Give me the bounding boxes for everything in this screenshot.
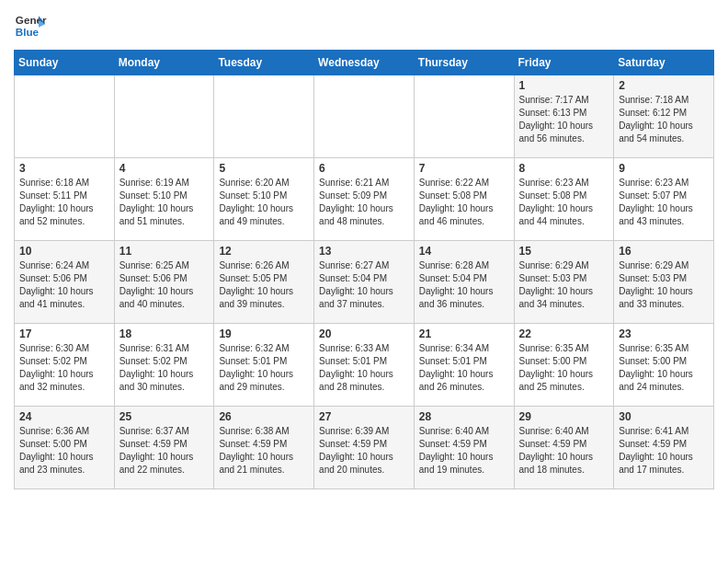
calendar-cell xyxy=(414,75,514,158)
calendar-cell: 6Sunrise: 6:21 AM Sunset: 5:09 PM Daylig… xyxy=(314,158,415,241)
day-info: Sunrise: 6:35 AM Sunset: 5:00 PM Dayligh… xyxy=(619,342,709,394)
day-number: 4 xyxy=(119,162,210,175)
calendar-cell: 11Sunrise: 6:25 AM Sunset: 5:06 PM Dayli… xyxy=(114,241,214,324)
calendar-cell: 16Sunrise: 6:29 AM Sunset: 5:03 PM Dayli… xyxy=(614,241,714,324)
calendar-cell: 24Sunrise: 6:36 AM Sunset: 5:00 PM Dayli… xyxy=(15,407,115,489)
day-number: 21 xyxy=(419,327,509,340)
day-info: Sunrise: 6:39 AM Sunset: 4:59 PM Dayligh… xyxy=(319,425,409,477)
calendar-cell: 30Sunrise: 6:41 AM Sunset: 4:59 PM Dayli… xyxy=(614,407,714,489)
calendar-cell: 25Sunrise: 6:37 AM Sunset: 4:59 PM Dayli… xyxy=(114,407,214,489)
day-info: Sunrise: 6:18 AM Sunset: 5:11 PM Dayligh… xyxy=(19,177,109,228)
calendar-week-row: 24Sunrise: 6:36 AM Sunset: 5:00 PM Dayli… xyxy=(15,407,714,489)
day-info: Sunrise: 6:23 AM Sunset: 5:08 PM Dayligh… xyxy=(519,177,609,228)
day-info: Sunrise: 6:36 AM Sunset: 5:00 PM Dayligh… xyxy=(19,425,109,477)
day-info: Sunrise: 6:25 AM Sunset: 5:06 PM Dayligh… xyxy=(119,259,210,311)
calendar-cell: 10Sunrise: 6:24 AM Sunset: 5:06 PM Dayli… xyxy=(15,241,115,324)
calendar-cell: 29Sunrise: 6:40 AM Sunset: 4:59 PM Dayli… xyxy=(514,407,614,489)
day-number: 8 xyxy=(519,162,609,175)
day-number: 24 xyxy=(19,410,109,423)
calendar-cell: 2Sunrise: 7:18 AM Sunset: 6:12 PM Daylig… xyxy=(614,75,714,158)
day-info: Sunrise: 7:18 AM Sunset: 6:12 PM Dayligh… xyxy=(619,94,709,145)
calendar-cell: 26Sunrise: 6:38 AM Sunset: 4:59 PM Dayli… xyxy=(214,407,314,489)
day-info: Sunrise: 6:40 AM Sunset: 4:59 PM Dayligh… xyxy=(519,425,609,477)
weekday-header: Friday xyxy=(514,51,614,75)
calendar-cell: 21Sunrise: 6:34 AM Sunset: 5:01 PM Dayli… xyxy=(414,324,514,407)
day-info: Sunrise: 6:32 AM Sunset: 5:01 PM Dayligh… xyxy=(219,342,309,394)
day-info: Sunrise: 6:37 AM Sunset: 4:59 PM Dayligh… xyxy=(119,425,210,477)
day-number: 3 xyxy=(19,162,109,175)
day-number: 30 xyxy=(619,410,709,423)
calendar-cell: 13Sunrise: 6:27 AM Sunset: 5:04 PM Dayli… xyxy=(314,241,415,324)
day-info: Sunrise: 6:28 AM Sunset: 5:04 PM Dayligh… xyxy=(419,259,509,311)
calendar-cell xyxy=(114,75,214,158)
day-info: Sunrise: 6:33 AM Sunset: 5:01 PM Dayligh… xyxy=(319,342,409,394)
calendar-week-row: 1Sunrise: 7:17 AM Sunset: 6:13 PM Daylig… xyxy=(15,75,714,158)
day-info: Sunrise: 6:35 AM Sunset: 5:00 PM Dayligh… xyxy=(519,342,609,394)
calendar-cell: 19Sunrise: 6:32 AM Sunset: 5:01 PM Dayli… xyxy=(214,324,314,407)
day-info: Sunrise: 6:24 AM Sunset: 5:06 PM Dayligh… xyxy=(19,259,109,311)
logo-icon: General Blue xyxy=(14,9,47,42)
weekday-header: Wednesday xyxy=(314,51,415,75)
day-number: 2 xyxy=(619,79,709,92)
day-number: 25 xyxy=(119,410,210,423)
page-header: General Blue xyxy=(14,9,714,42)
day-info: Sunrise: 6:29 AM Sunset: 5:03 PM Dayligh… xyxy=(619,259,709,311)
calendar-cell: 17Sunrise: 6:30 AM Sunset: 5:02 PM Dayli… xyxy=(15,324,115,407)
calendar-week-row: 3Sunrise: 6:18 AM Sunset: 5:11 PM Daylig… xyxy=(15,158,714,241)
day-number: 10 xyxy=(19,245,109,258)
calendar-header-row: SundayMondayTuesdayWednesdayThursdayFrid… xyxy=(15,51,714,75)
calendar-cell: 22Sunrise: 6:35 AM Sunset: 5:00 PM Dayli… xyxy=(514,324,614,407)
day-info: Sunrise: 6:27 AM Sunset: 5:04 PM Dayligh… xyxy=(319,259,409,311)
day-info: Sunrise: 6:40 AM Sunset: 4:59 PM Dayligh… xyxy=(419,425,509,477)
svg-text:Blue: Blue xyxy=(16,26,40,38)
day-number: 26 xyxy=(219,410,309,423)
day-number: 20 xyxy=(319,327,409,340)
weekday-header: Sunday xyxy=(15,51,115,75)
day-number: 29 xyxy=(519,410,609,423)
weekday-header: Thursday xyxy=(414,51,514,75)
calendar-cell: 27Sunrise: 6:39 AM Sunset: 4:59 PM Dayli… xyxy=(314,407,415,489)
calendar-cell: 23Sunrise: 6:35 AM Sunset: 5:00 PM Dayli… xyxy=(614,324,714,407)
day-number: 14 xyxy=(419,245,509,258)
calendar-cell: 12Sunrise: 6:26 AM Sunset: 5:05 PM Dayli… xyxy=(214,241,314,324)
day-info: Sunrise: 6:20 AM Sunset: 5:10 PM Dayligh… xyxy=(219,177,309,228)
day-info: Sunrise: 6:34 AM Sunset: 5:01 PM Dayligh… xyxy=(419,342,509,394)
weekday-header: Monday xyxy=(114,51,214,75)
day-number: 17 xyxy=(19,327,109,340)
day-number: 11 xyxy=(119,245,210,258)
day-info: Sunrise: 6:29 AM Sunset: 5:03 PM Dayligh… xyxy=(519,259,609,311)
day-info: Sunrise: 6:31 AM Sunset: 5:02 PM Dayligh… xyxy=(119,342,210,394)
day-number: 27 xyxy=(319,410,409,423)
calendar-week-row: 10Sunrise: 6:24 AM Sunset: 5:06 PM Dayli… xyxy=(15,241,714,324)
weekday-header: Saturday xyxy=(614,51,714,75)
day-info: Sunrise: 6:23 AM Sunset: 5:07 PM Dayligh… xyxy=(619,177,709,228)
day-number: 15 xyxy=(519,245,609,258)
day-number: 12 xyxy=(219,245,309,258)
day-info: Sunrise: 6:26 AM Sunset: 5:05 PM Dayligh… xyxy=(219,259,309,311)
day-number: 1 xyxy=(519,79,609,92)
day-number: 13 xyxy=(319,245,409,258)
calendar-cell: 20Sunrise: 6:33 AM Sunset: 5:01 PM Dayli… xyxy=(314,324,415,407)
calendar-cell: 14Sunrise: 6:28 AM Sunset: 5:04 PM Dayli… xyxy=(414,241,514,324)
calendar-cell: 18Sunrise: 6:31 AM Sunset: 5:02 PM Dayli… xyxy=(114,324,214,407)
calendar-week-row: 17Sunrise: 6:30 AM Sunset: 5:02 PM Dayli… xyxy=(15,324,714,407)
weekday-header: Tuesday xyxy=(214,51,314,75)
calendar-cell: 28Sunrise: 6:40 AM Sunset: 4:59 PM Dayli… xyxy=(414,407,514,489)
day-number: 7 xyxy=(419,162,509,175)
day-number: 5 xyxy=(219,162,309,175)
day-info: Sunrise: 6:21 AM Sunset: 5:09 PM Dayligh… xyxy=(319,177,409,228)
day-info: Sunrise: 6:22 AM Sunset: 5:08 PM Dayligh… xyxy=(419,177,509,228)
day-info: Sunrise: 6:30 AM Sunset: 5:02 PM Dayligh… xyxy=(19,342,109,394)
calendar-table: SundayMondayTuesdayWednesdayThursdayFrid… xyxy=(14,50,714,489)
day-info: Sunrise: 6:38 AM Sunset: 4:59 PM Dayligh… xyxy=(219,425,309,477)
day-number: 9 xyxy=(619,162,709,175)
calendar-cell: 5Sunrise: 6:20 AM Sunset: 5:10 PM Daylig… xyxy=(214,158,314,241)
day-number: 22 xyxy=(519,327,609,340)
day-number: 18 xyxy=(119,327,210,340)
day-number: 19 xyxy=(219,327,309,340)
logo: General Blue xyxy=(14,9,47,42)
calendar-cell: 8Sunrise: 6:23 AM Sunset: 5:08 PM Daylig… xyxy=(514,158,614,241)
calendar-cell xyxy=(214,75,314,158)
calendar-cell: 7Sunrise: 6:22 AM Sunset: 5:08 PM Daylig… xyxy=(414,158,514,241)
calendar-cell: 9Sunrise: 6:23 AM Sunset: 5:07 PM Daylig… xyxy=(614,158,714,241)
